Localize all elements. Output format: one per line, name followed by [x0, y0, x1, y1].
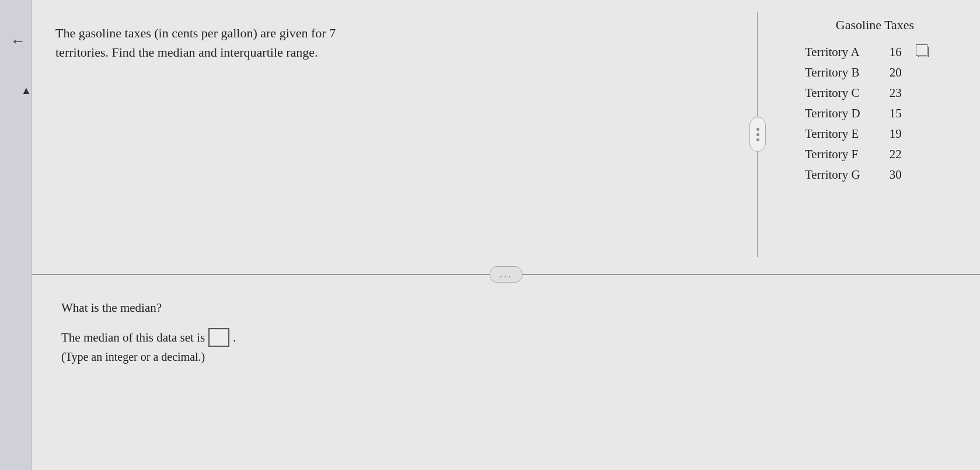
- territory-g-label: Territory G: [805, 165, 872, 185]
- table-area: Gasoline Taxes Territory A 16 Territory …: [758, 0, 980, 269]
- lower-section: What is the median? The median of this d…: [32, 283, 980, 381]
- copy-icon-a[interactable]: [913, 42, 940, 62]
- table-row: Territory F 22: [805, 144, 940, 165]
- lower-question: What is the median?: [61, 301, 951, 315]
- question-text: The gasoline taxes (in cents per gallon)…: [55, 23, 347, 62]
- left-sidebar: ← ▲: [0, 0, 32, 470]
- territory-a-value: 16: [872, 42, 913, 62]
- territory-d-label: Territory D: [805, 103, 872, 124]
- answer-line: The median of this data set is .: [61, 328, 951, 347]
- table-title: Gasoline Taxes: [805, 18, 945, 33]
- territory-f-value: 22: [872, 144, 913, 165]
- territory-g-value: 30: [872, 165, 913, 185]
- vertical-divider[interactable]: [757, 12, 758, 257]
- territory-e-label: Territory E: [805, 124, 872, 144]
- question-area: The gasoline taxes (in cents per gallon)…: [32, 0, 757, 269]
- table-row: Territory E 19: [805, 124, 940, 144]
- right-line: [522, 274, 980, 275]
- table-row: Territory B 20: [805, 62, 940, 83]
- back-button[interactable]: ←: [11, 32, 26, 50]
- period: .: [233, 330, 236, 345]
- upper-section: The gasoline taxes (in cents per gallon)…: [32, 0, 980, 269]
- table-row: Territory D 15: [805, 103, 940, 124]
- table-row: Territory C 23: [805, 83, 940, 103]
- answer-prefix: The median of this data set is: [61, 330, 205, 345]
- expand-button[interactable]: ...: [490, 266, 522, 283]
- territory-b-value: 20: [872, 62, 913, 83]
- territory-e-value: 19: [872, 124, 913, 144]
- drag-dot-2: [756, 133, 759, 136]
- territory-f-label: Territory F: [805, 144, 872, 165]
- drag-dot-3: [756, 138, 759, 141]
- table-row: Territory A 16: [805, 42, 940, 62]
- territory-c-value: 23: [872, 83, 913, 103]
- drag-dot-1: [756, 128, 759, 131]
- up-arrow-button[interactable]: ▲: [21, 85, 32, 97]
- territory-a-label: Territory A: [805, 42, 872, 62]
- territory-b-label: Territory B: [805, 62, 872, 83]
- hint-text: (Type an integer or a decimal.): [61, 350, 951, 364]
- drag-handle[interactable]: [749, 117, 766, 152]
- table-row: Territory G 30: [805, 165, 940, 185]
- data-table: Territory A 16 Territory B 20 Territory …: [805, 42, 940, 185]
- left-line: [32, 274, 490, 275]
- median-input[interactable]: [208, 328, 229, 347]
- horizontal-divider: ...: [32, 266, 980, 283]
- territory-c-label: Territory C: [805, 83, 872, 103]
- territory-d-value: 15: [872, 103, 913, 124]
